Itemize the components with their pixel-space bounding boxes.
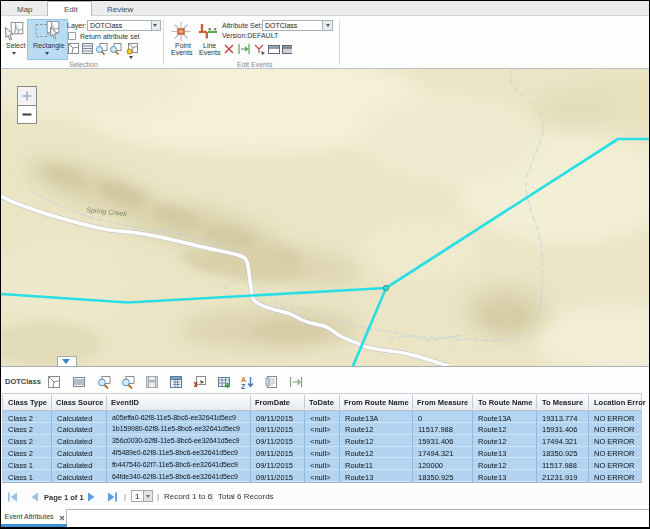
svg-text:Z: Z	[241, 383, 246, 390]
svg-text:A: A	[241, 376, 246, 383]
